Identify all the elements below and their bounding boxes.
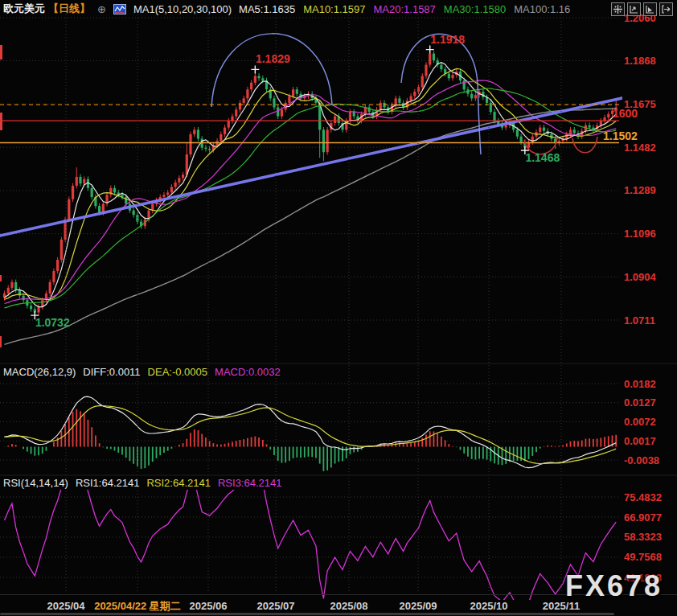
candle-body (470, 94, 473, 99)
candle-body (197, 129, 199, 138)
candle-body (204, 148, 207, 149)
candle-body (505, 125, 507, 128)
x-axis-label[interactable]: 2025/04 (47, 600, 86, 612)
candle-body (322, 129, 325, 152)
selected-date-label[interactable]: 2025/04/22 星期二 (94, 600, 181, 612)
macd-legend: MACD(26,12,9) DIFF:0.0011 DEA:-0.0005 MA… (3, 366, 281, 378)
offscreen-candle-remnant (0, 275, 2, 281)
candle-body (433, 54, 435, 60)
period-label[interactable]: 【日线】 (48, 2, 90, 16)
double-bottom-arc[interactable] (572, 137, 597, 153)
scrollbar[interactable] (0, 613, 614, 615)
candle-body (133, 211, 135, 216)
rsi-y-axis-label: 75.4832 (624, 491, 662, 503)
candle-body (425, 65, 427, 76)
ma5-line (5, 63, 617, 307)
candle-body (409, 97, 412, 101)
candle-body (76, 177, 78, 186)
macd-y-axis-label: 0.0072 (624, 416, 656, 428)
x-axis-label[interactable]: 2025/07 (257, 600, 295, 612)
candle-body (451, 75, 453, 78)
chart-canvas[interactable]: 16001.15021.07321.18291.19181.14681.2060… (0, 0, 677, 616)
main-y-axis-label: 1.1675 (624, 98, 656, 110)
candle-body (49, 282, 51, 294)
candle-body (243, 98, 245, 103)
macd-y-axis-label: 0.0127 (624, 396, 656, 409)
offscreen-candle-remnant (0, 336, 2, 347)
candle-body (520, 137, 523, 142)
price-annotation: 1.1468 (525, 151, 560, 164)
extreme-cross-marker (426, 46, 434, 54)
main-y-axis-label: 1.0904 (624, 271, 657, 283)
macd-y-axis-label: 0.0182 (624, 378, 656, 390)
main-y-axis-label: 1.0711 (624, 314, 655, 326)
candle-body (37, 307, 39, 313)
trendline[interactable] (0, 97, 626, 236)
rsi3-value: RSI3:64.2141 (218, 477, 282, 489)
candle-body (208, 149, 211, 150)
ma-value: MA100:1.16 (514, 3, 570, 15)
price-annotation: 1.0732 (35, 316, 70, 329)
candle-body (174, 183, 177, 187)
candle-body (539, 128, 541, 133)
candle-body (125, 197, 127, 203)
add-indicator-icon[interactable]: ⊕ (97, 4, 106, 14)
candle-body (91, 188, 93, 197)
rsi2-value: RSI2:64.2141 (146, 477, 211, 489)
candle-body (273, 98, 275, 107)
x-axis-label[interactable]: 2025/08 (330, 600, 368, 612)
price-annotation: 1.1918 (430, 33, 465, 46)
chart-toolbar (611, 2, 673, 16)
chart-window: 欧元美元 【日线】 ⊕ MA1(5,10,20,30,100) MA5:1.16… (0, 0, 677, 616)
macd-y-axis-label: -0.0038 (624, 454, 659, 466)
candle-body (246, 89, 248, 98)
candle-body (565, 134, 568, 139)
candle-body (573, 129, 576, 133)
candle-body (440, 65, 442, 70)
candle-body (543, 128, 545, 131)
candle-body (600, 121, 602, 125)
macd-dea-value: DEA:-0.0005 (148, 366, 207, 378)
candle-body (261, 78, 264, 80)
candle-body (10, 282, 13, 288)
macd-pane (0, 384, 619, 471)
x-axis-label[interactable]: 2025/10 (470, 600, 508, 612)
rsi-y-axis-label: 66.9077 (624, 511, 662, 524)
rsi-y-axis-label: 49.7568 (624, 551, 662, 563)
overlay-layer: 16001.15021.07321.18291.19181.1468 (0, 33, 638, 330)
candle-body (72, 186, 74, 199)
candle-body (166, 192, 169, 195)
x-axis-label[interactable]: 2025/06 (190, 600, 228, 612)
jump-to-latest-icon[interactable] (659, 2, 673, 16)
x-axis-label[interactable]: 2025/09 (400, 600, 437, 612)
ma-value: MA30:1.1580 (444, 3, 506, 15)
ma-value: MA5:1.1635 (239, 3, 295, 15)
candle-body (162, 195, 165, 197)
ma-value: MA10:1.1597 (303, 3, 365, 15)
ma-value: MA20:1.1587 (374, 3, 436, 15)
candle-body (383, 103, 385, 108)
scale-left-axis-icon[interactable] (627, 2, 641, 16)
candle-body (429, 54, 431, 65)
extreme-cross-marker (251, 65, 259, 73)
rsi-title: RSI(14,14,14) (3, 477, 68, 489)
rsi1-value: RSI1:64.2141 (76, 477, 140, 489)
candle-body (189, 134, 191, 154)
offscreen-candle-remnant (0, 113, 2, 130)
macd-y-axis-label: 0.0017 (624, 435, 656, 447)
candle-body (413, 92, 416, 97)
macd-diff-value: DIFF:0.0011 (83, 366, 140, 378)
main-legend: 欧元美元 【日线】 ⊕ MA1(5,10,20,30,100) MA5:1.16… (3, 2, 570, 16)
crosshair-tool-icon[interactable] (611, 2, 625, 16)
candle-body (193, 129, 195, 134)
scale-right-axis-icon[interactable] (643, 2, 657, 16)
candle-body (228, 121, 230, 127)
candle-body (14, 282, 17, 290)
candle-body (231, 117, 233, 121)
candle-body (277, 107, 279, 116)
candle-body (79, 177, 81, 183)
mini-chart-icon[interactable] (113, 4, 126, 14)
candle-body (398, 98, 400, 103)
dome-annotation[interactable] (211, 34, 332, 107)
symbol-name[interactable]: 欧元美元 (3, 2, 45, 16)
